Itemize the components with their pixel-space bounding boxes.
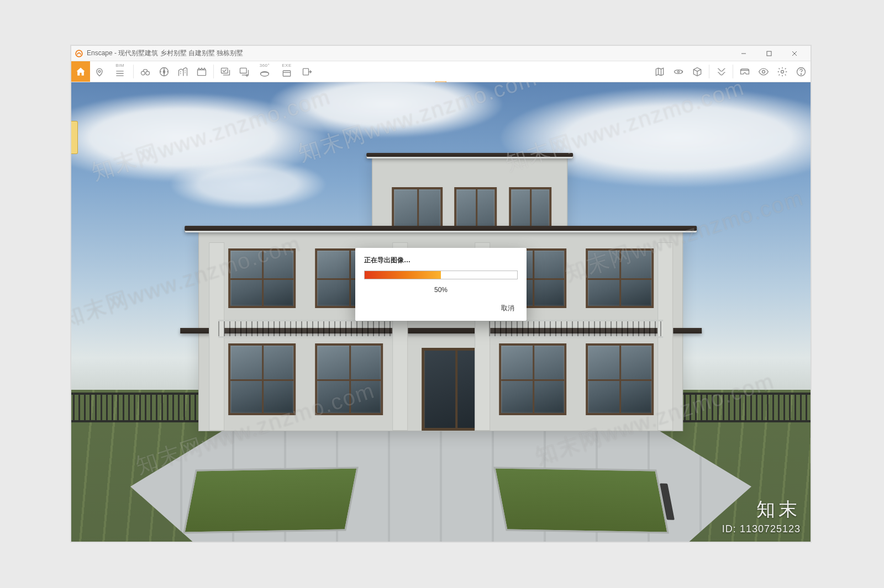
buildings-button[interactable]	[173, 61, 192, 82]
panorama-360-label: 360°	[254, 63, 276, 68]
svg-point-0	[76, 50, 82, 57]
export-exe-button[interactable]: EXE	[276, 61, 298, 82]
export-exe-label: EXE	[276, 63, 298, 68]
visibility-button[interactable]	[754, 61, 773, 82]
progress-bar-fill	[365, 271, 441, 279]
progress-percent: 50%	[364, 286, 518, 294]
minimize-button[interactable]	[731, 46, 756, 61]
panorama-360-button[interactable]: 360°	[254, 61, 276, 82]
id-label: ID:	[722, 523, 736, 534]
window-controls	[731, 46, 807, 61]
location-pin-button[interactable]	[90, 61, 109, 82]
minimap-button[interactable]	[650, 61, 669, 82]
roof-icon	[185, 226, 697, 232]
svg-point-15	[781, 70, 784, 73]
export-progress-dialog: 正在导出图像… 50% 取消	[355, 248, 527, 321]
binoculars-button[interactable]	[136, 61, 155, 82]
home-button[interactable]	[71, 61, 90, 82]
view-cube-button[interactable]	[688, 61, 707, 82]
compass-button[interactable]	[155, 61, 173, 82]
settings-button[interactable]	[773, 61, 792, 82]
docked-panel-stub[interactable]	[71, 121, 78, 154]
toolbar-separator	[133, 65, 134, 78]
lawn-panel	[183, 467, 359, 534]
manage-views-button[interactable]	[216, 61, 235, 82]
svg-point-4	[146, 71, 150, 75]
progress-bar	[364, 271, 518, 279]
section-button[interactable]	[712, 61, 730, 82]
title-bar: Enscape - 现代别墅建筑 乡村别墅 自建别墅 独栋别墅	[71, 46, 811, 61]
svg-rect-8	[240, 68, 247, 73]
svg-rect-6	[198, 70, 206, 75]
main-toolbar: BIM 360°	[71, 61, 811, 82]
dialog-title: 正在导出图像…	[364, 256, 518, 265]
svg-point-14	[762, 70, 765, 73]
video-clapper-button[interactable]	[192, 61, 211, 82]
svg-point-13	[677, 71, 679, 72]
help-button[interactable]	[792, 61, 811, 82]
toolbar-separator	[709, 65, 709, 78]
toolbar-left-group: BIM 360°	[71, 61, 317, 82]
svg-point-3	[141, 71, 145, 75]
maximize-button[interactable]	[756, 46, 782, 61]
window-title: Enscape - 现代别墅建筑 乡村别墅 自建别墅 独栋别墅	[87, 49, 243, 58]
render-viewport[interactable]: 知末网www.znzmo.com 知末网www.znzmo.com 知末网www…	[71, 82, 811, 542]
svg-rect-1	[767, 51, 771, 56]
bim-menu-button[interactable]: BIM	[109, 61, 131, 82]
cancel-button[interactable]: 取消	[498, 301, 518, 315]
vr-headset-button[interactable]	[735, 61, 754, 82]
id-value: 1130725123	[740, 523, 801, 534]
corner-brand: 知末	[722, 497, 801, 522]
roof-icon	[366, 153, 573, 158]
svg-point-2	[98, 70, 101, 72]
app-logo-icon	[75, 49, 83, 58]
app-window: Enscape - 现代别墅建筑 乡村别墅 自建别墅 独栋别墅 BIM	[71, 45, 811, 542]
lawn-panel	[493, 467, 669, 534]
add-view-button[interactable]	[235, 61, 254, 82]
svg-rect-7	[222, 68, 228, 73]
export-arrow-button[interactable]	[298, 61, 317, 82]
toolbar-right-group	[650, 61, 811, 82]
svg-rect-11	[303, 68, 309, 75]
close-button[interactable]	[782, 46, 807, 61]
bim-label: BIM	[109, 63, 131, 68]
orbit-button[interactable]	[669, 61, 688, 82]
svg-rect-10	[283, 71, 290, 76]
toolbar-separator	[733, 65, 733, 78]
corner-watermark: 知末 ID: 1130725123	[722, 497, 801, 535]
toolbar-separator	[213, 65, 214, 78]
svg-point-17	[801, 73, 801, 74]
